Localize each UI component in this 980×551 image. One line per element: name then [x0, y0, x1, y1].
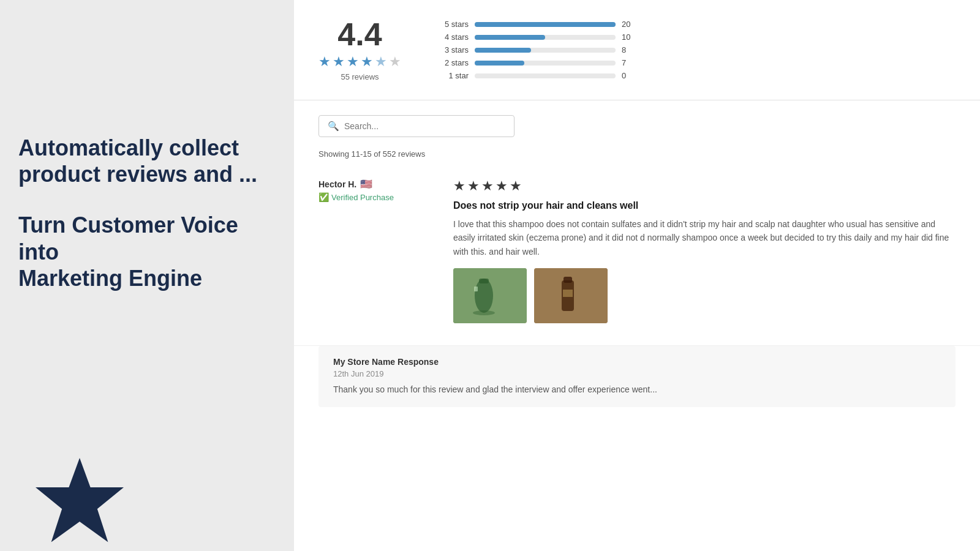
bar-track-1 [475, 73, 616, 78]
star-4: ★ [361, 54, 373, 70]
bar-label-5: 5 stars [438, 20, 469, 29]
verified-text: Verified Purchase [331, 193, 394, 202]
store-response-body: Thank you so much for this review and gl… [333, 383, 941, 396]
review-card: Hector H. 🇺🇸 ✅ Verified Purchase ★ ★ ★ ★… [294, 163, 980, 346]
store-response: My Store Name Response 12th Jun 2019 Tha… [318, 346, 956, 407]
bar-label-2: 2 stars [438, 58, 469, 67]
bar-fill-4 [475, 35, 545, 40]
overall-rating: 4.4 ★ ★ ★ ★ ★ ★ 55 reviews [318, 18, 401, 81]
search-input[interactable] [344, 121, 505, 131]
left-panel: Automatically collect product reviews an… [0, 0, 294, 551]
star-decoration [31, 453, 129, 551]
bar-label-1: 1 star [438, 71, 469, 80]
reviewer-flag: 🇺🇸 [360, 178, 372, 190]
bar-row-1: 1 star 0 [438, 71, 634, 80]
rev-star-2: ★ [467, 178, 480, 194]
bar-fill-5 [475, 22, 616, 27]
showing-text: Showing 11-15 of 552 reviews [294, 149, 980, 159]
review-stars-row: ★ ★ ★ ★ ★ [453, 178, 956, 194]
star-half: ★ [375, 54, 387, 70]
bar-fill-3 [475, 48, 531, 53]
search-icon: 🔍 [328, 121, 339, 132]
bar-count-5: 20 [622, 20, 634, 29]
verified-badge: ✅ Verified Purchase [318, 192, 453, 202]
rev-star-4: ★ [496, 178, 508, 194]
right-panel: 4.4 ★ ★ ★ ★ ★ ★ 55 reviews 5 stars 20 [294, 0, 980, 551]
review-image-1 [453, 268, 527, 323]
star-1: ★ [318, 54, 331, 70]
review-title: Does not strip your hair and cleans well [453, 200, 956, 211]
review-count: 55 reviews [341, 72, 379, 81]
star-2: ★ [333, 54, 345, 70]
search-box[interactable]: 🔍 [318, 115, 514, 137]
rating-number: 4.4 [337, 18, 382, 50]
svg-rect-5 [474, 287, 478, 291]
search-section: 🔍 [294, 100, 980, 142]
heading-collect: Automatically collect product reviews an… [18, 135, 276, 187]
rating-stars: ★ ★ ★ ★ ★ ★ [318, 54, 401, 70]
svg-rect-8 [564, 277, 572, 283]
review-images [453, 268, 956, 323]
bar-row-3: 3 stars 8 [438, 45, 634, 54]
svg-rect-3 [479, 279, 489, 283]
bar-track-2 [475, 61, 616, 66]
bar-label-4: 4 stars [438, 32, 469, 42]
heading-voice: Turn Customer Voice into Marketing Engin… [18, 212, 276, 291]
review-image-2 [534, 268, 608, 323]
reviewer-name-text: Hector H. [318, 179, 356, 189]
svg-point-2 [475, 279, 493, 313]
bar-row-2: 2 stars 7 [438, 58, 634, 67]
review-content: ★ ★ ★ ★ ★ Does not strip your hair and c… [453, 178, 956, 323]
star-empty: ★ [389, 54, 401, 70]
bar-fill-2 [475, 61, 524, 66]
bar-track-5 [475, 22, 616, 27]
bar-count-2: 7 [622, 58, 634, 67]
svg-point-4 [473, 310, 495, 315]
bar-count-3: 8 [622, 45, 634, 54]
reviewer-section: Hector H. 🇺🇸 ✅ Verified Purchase [318, 178, 453, 202]
rev-star-5: ★ [510, 178, 522, 194]
store-response-date: 12th Jun 2019 [333, 369, 941, 378]
bar-label-3: 3 stars [438, 45, 469, 54]
rev-star-3: ★ [481, 178, 494, 194]
reviewer-name: Hector H. 🇺🇸 [318, 178, 453, 190]
rating-section: 4.4 ★ ★ ★ ★ ★ ★ 55 reviews 5 stars 20 [294, 0, 980, 100]
bar-count-4: 10 [622, 32, 634, 42]
rev-star-1: ★ [453, 178, 466, 194]
bar-row-4: 4 stars 10 [438, 32, 634, 42]
bar-track-3 [475, 48, 616, 53]
bar-row-5: 5 stars 20 [438, 20, 634, 29]
star-3: ★ [347, 54, 359, 70]
bar-track-4 [475, 35, 616, 40]
review-body: I love that this shampoo does not contai… [453, 217, 956, 258]
svg-rect-9 [563, 290, 573, 297]
store-response-title: My Store Name Response [333, 357, 941, 367]
bar-count-1: 0 [622, 71, 634, 80]
svg-marker-0 [36, 458, 124, 542]
verified-icon: ✅ [318, 192, 329, 202]
rating-bars: 5 stars 20 4 stars 10 3 stars 8 [438, 20, 634, 80]
